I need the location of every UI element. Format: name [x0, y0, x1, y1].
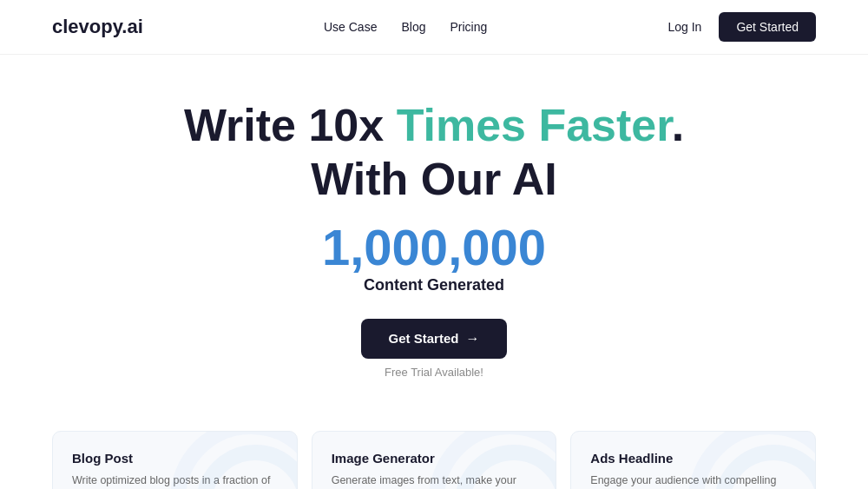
cards-section: Blog Post Write optimized blog posts in … — [0, 405, 868, 489]
card-title-ads-headline: Ads Headline — [590, 451, 796, 466]
hero-cta-label: Get Started — [389, 331, 459, 346]
nav-get-started-button[interactable]: Get Started — [719, 12, 816, 42]
hero-subtitle: Content Generated — [17, 276, 851, 294]
hero-cta-wrap: Get Started → Free Trial Available! — [17, 319, 851, 379]
card-ads-headline: Ads Headline Engage your audience with c… — [570, 431, 816, 489]
free-trial-text: Free Trial Available! — [385, 366, 483, 379]
hero-title-suffix: . — [672, 100, 684, 150]
nav-links: Use Case Blog Pricing — [324, 19, 487, 35]
card-blog-post: Blog Post Write optimized blog posts in … — [52, 431, 298, 489]
arrow-icon: → — [465, 331, 479, 347]
card-desc-ads-headline: Engage your audience with compelling ads… — [590, 472, 796, 489]
nav-link-pricing[interactable]: Pricing — [450, 20, 487, 34]
card-desc-blog-post: Write optimized blog posts in a fraction… — [72, 472, 278, 489]
card-image-generator: Image Generator Generate images from tex… — [312, 431, 557, 489]
hero-count: 1,000,000 — [17, 222, 851, 273]
nav-link-blog[interactable]: Blog — [401, 20, 425, 34]
hero-title-highlight: Times Faster — [397, 100, 672, 150]
nav-link-use-case[interactable]: Use Case — [324, 20, 377, 34]
card-desc-image-generator: Generate images from text, make your ima… — [332, 472, 537, 489]
brand-logo: clevopy.ai — [52, 16, 143, 38]
navbar: clevopy.ai Use Case Blog Pricing Log In … — [0, 0, 868, 55]
hero-title-prefix: Write 10x — [184, 100, 397, 150]
nav-item-pricing[interactable]: Pricing — [450, 19, 487, 35]
hero-title-line2: With Our AI — [311, 154, 557, 204]
nav-item-blog[interactable]: Blog — [401, 19, 425, 35]
card-title-image-generator: Image Generator — [332, 451, 537, 466]
login-link[interactable]: Log In — [667, 20, 701, 34]
hero-title: Write 10x Times Faster. With Our AI — [17, 98, 851, 207]
hero-section: Write 10x Times Faster. With Our AI 1,00… — [0, 55, 868, 405]
nav-item-use-case[interactable]: Use Case — [324, 19, 377, 35]
nav-right: Log In Get Started — [667, 12, 816, 42]
hero-cta-button[interactable]: Get Started → — [361, 319, 508, 359]
card-title-blog-post: Blog Post — [72, 451, 278, 466]
